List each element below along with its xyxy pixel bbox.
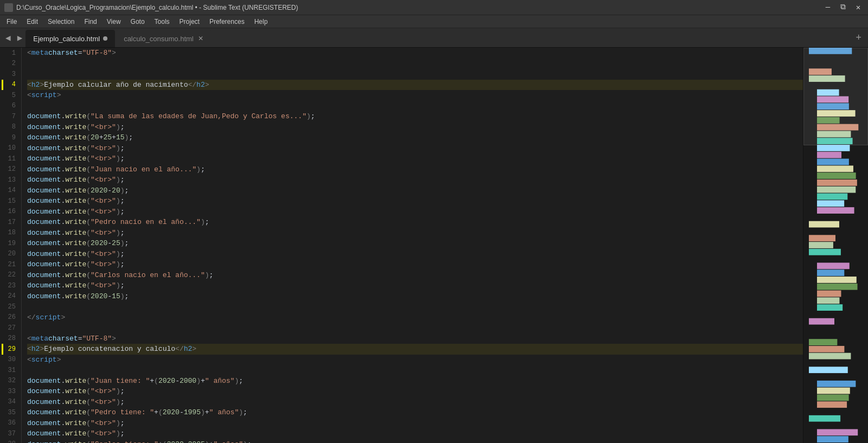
minimap <box>803 48 868 443</box>
code-line-25 <box>27 301 803 312</box>
line-number-29: 29 <box>3 344 16 355</box>
code-line-8: document.write("<br>"); <box>27 122 803 133</box>
line-number-32: 32 <box>3 376 16 387</box>
code-line-18: document.write("<br>"); <box>27 228 803 239</box>
window-controls: — ⧉ ✕ <box>822 3 864 12</box>
code-line-2 <box>27 59 803 69</box>
code-line-32: document.write("Juan tiene: " + (2020-20… <box>27 376 803 387</box>
tab-bar: ◀ ▶ Ejemplo_calculo.html calculo_consumo… <box>0 28 868 48</box>
line-number-26: 26 <box>3 312 16 323</box>
line-number-27: 27 <box>3 323 16 333</box>
tab-ejemplo-calculo[interactable]: Ejemplo_calculo.html <box>25 30 115 47</box>
menu-item-goto[interactable]: Goto <box>126 17 149 27</box>
tab-modified-dot <box>103 36 107 41</box>
menu-item-project[interactable]: Project <box>175 17 204 27</box>
code-line-23: document.write("<br>"); <box>27 280 803 291</box>
tab-label: Ejemplo_calculo.html <box>33 35 100 43</box>
menu-item-file[interactable]: File <box>2 17 21 27</box>
menu-item-view[interactable]: View <box>103 17 125 27</box>
line-number-13: 13 <box>3 175 16 185</box>
line-number-33: 33 <box>3 386 16 397</box>
line-number-35: 35 <box>3 407 16 418</box>
code-line-33: document.write("<br>"); <box>27 386 803 397</box>
title-text: D:\Curso_Oracle\Logica_Programacion\Ejem… <box>16 4 822 11</box>
code-line-16: document.write("<br>"); <box>27 207 803 217</box>
menu-item-selection[interactable]: Selection <box>43 17 79 27</box>
code-line-36: document.write("<br>"); <box>27 418 803 429</box>
menu-item-help[interactable]: Help <box>250 17 272 27</box>
menu-bar: FileEditSelectionFindViewGotoToolsProjec… <box>0 15 868 28</box>
title-bar: D:\Curso_Oracle\Logica_Programacion\Ejem… <box>0 0 868 15</box>
line-number-1: 1 <box>3 48 16 59</box>
line-number-3: 3 <box>3 69 16 80</box>
line-number-18: 18 <box>3 228 16 239</box>
code-line-21: document.write("<br>"); <box>27 259 803 270</box>
code-line-7: document.write("La suma de las edades de… <box>27 111 803 122</box>
code-line-17: document.write("Pedro nacio en el año...… <box>27 217 803 228</box>
code-line-6 <box>27 101 803 112</box>
line-number-11: 11 <box>3 153 16 164</box>
code-line-22: document.write("Carlos nacio en el año..… <box>27 270 803 281</box>
line-number-16: 16 <box>3 207 16 217</box>
line-number-23: 23 <box>3 280 16 291</box>
code-line-27 <box>27 323 803 333</box>
line-number-22: 22 <box>3 270 16 281</box>
tab-nav-forward[interactable]: ▶ <box>14 30 26 46</box>
tab-calculo-consumo[interactable]: calculo_consumo.html ✕ <box>116 30 211 47</box>
code-line-10: document.write("<br>"); <box>27 143 803 154</box>
line-number-21: 21 <box>3 259 16 270</box>
line-number-15: 15 <box>3 196 16 207</box>
code-line-31 <box>27 365 803 376</box>
line-number-8: 8 <box>3 122 16 133</box>
line-number-30: 30 <box>3 355 16 365</box>
code-line-19: document.write(2020-25); <box>27 238 803 249</box>
code-line-38: document.write("Carlos tiene: " + (2020-… <box>27 439 803 444</box>
line-number-5: 5 <box>3 90 16 101</box>
menu-item-tools[interactable]: Tools <box>150 17 174 27</box>
code-line-34: document.write("<br>"); <box>27 397 803 408</box>
code-line-35: document.write("Pedro tiene: " + (2020-1… <box>27 407 803 418</box>
menu-item-edit[interactable]: Edit <box>22 17 42 27</box>
code-line-1: <meta charset="UTF-8"> <box>27 48 803 59</box>
code-line-30: <script> <box>27 355 803 365</box>
menu-item-preferences[interactable]: Preferences <box>205 17 249 27</box>
code-line-15: document.write("<br>"); <box>27 196 803 207</box>
menu-item-find[interactable]: Find <box>80 17 101 27</box>
line-number-4: 4 <box>3 80 16 91</box>
code-line-5: <script> <box>27 90 803 101</box>
line-number-7: 7 <box>3 111 16 122</box>
close-button[interactable]: ✕ <box>853 3 864 12</box>
line-number-19: 19 <box>3 238 16 249</box>
tab-label: calculo_consumo.html <box>124 35 194 43</box>
tab-nav-back[interactable]: ◀ <box>2 30 14 46</box>
maximize-button[interactable]: ⧉ <box>838 3 848 12</box>
line-number-14: 14 <box>3 185 16 196</box>
line-number-6: 6 <box>3 101 16 112</box>
minimap-viewport[interactable] <box>803 48 868 145</box>
line-number-36: 36 <box>3 418 16 429</box>
code-content[interactable]: <meta charset="UTF-8"> <h2>Ejemplo calcu… <box>22 48 803 443</box>
line-number-25: 25 <box>3 301 16 312</box>
app-icon <box>4 3 13 12</box>
code-line-3 <box>27 69 803 80</box>
code-line-4: <h2>Ejemplo calcular año de nacimiento</… <box>27 80 803 91</box>
line-number-34: 34 <box>3 397 16 408</box>
line-number-10: 10 <box>3 143 16 154</box>
line-number-20: 20 <box>3 249 16 260</box>
line-number-2: 2 <box>3 59 16 69</box>
line-number-24: 24 <box>3 291 16 302</box>
editor-container: 1234567891011121314151617181920212223242… <box>0 48 868 443</box>
code-line-29: <h2>Ejemplo concatenacion y calculo</h2> <box>27 344 803 355</box>
tab-close-icon[interactable]: ✕ <box>198 35 203 42</box>
line-number-31: 31 <box>3 365 16 376</box>
code-line-14: document.write(2020-20); <box>27 185 803 196</box>
new-tab-button[interactable]: + <box>851 33 866 43</box>
minimize-button[interactable]: — <box>822 3 833 12</box>
line-number-37: 37 <box>3 428 16 439</box>
code-line-24: document.write(2020-15); <box>27 291 803 302</box>
line-number-38: 38 <box>3 439 16 444</box>
code-line-20: document.write("<br>"); <box>27 249 803 260</box>
line-number-9: 9 <box>3 132 16 143</box>
code-line-26: </script> <box>27 312 803 323</box>
code-line-11: document.write("<br>"); <box>27 153 803 164</box>
